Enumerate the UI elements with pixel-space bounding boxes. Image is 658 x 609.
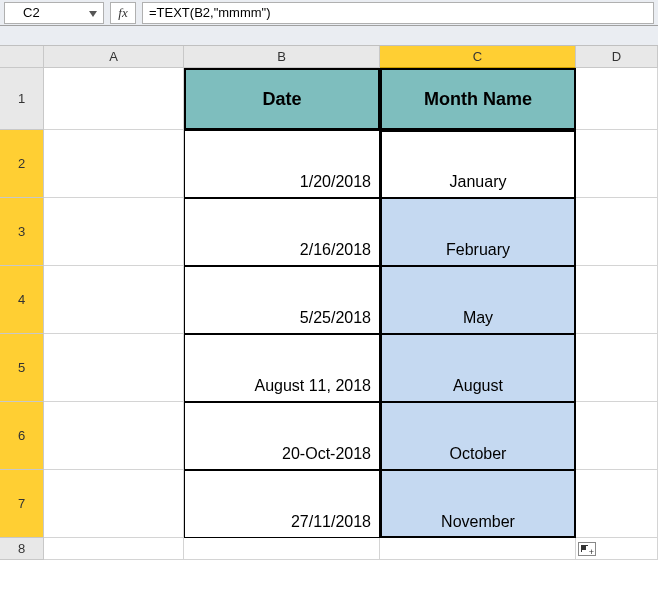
cell-A3[interactable] xyxy=(44,198,184,266)
autofill-options-icon[interactable] xyxy=(578,542,596,556)
col-header-B[interactable]: B xyxy=(184,46,380,68)
cell-B6[interactable]: 20-Oct-2018 xyxy=(184,402,380,470)
cell-B4[interactable]: 5/25/2018 xyxy=(184,266,380,334)
cell-D3[interactable] xyxy=(576,198,658,266)
cell-C5[interactable]: August xyxy=(380,334,576,402)
table-row: 2 1/20/2018 January xyxy=(0,130,658,198)
cell-A7[interactable] xyxy=(44,470,184,538)
chevron-down-icon[interactable] xyxy=(85,6,101,22)
row-header-4[interactable]: 4 xyxy=(0,266,44,334)
cell-C2[interactable]: January xyxy=(380,130,576,198)
row-header-8[interactable]: 8 xyxy=(0,538,44,560)
fx-icon[interactable]: fx xyxy=(110,2,136,24)
cell-A6[interactable] xyxy=(44,402,184,470)
spreadsheet-grid[interactable]: A B C D 1 Date Month Name 2 1/20/2018 Ja… xyxy=(0,46,658,560)
cell-A1[interactable] xyxy=(44,68,184,130)
cell-D2[interactable] xyxy=(576,130,658,198)
cell-A4[interactable] xyxy=(44,266,184,334)
grid-rows: 1 Date Month Name 2 1/20/2018 January 3 … xyxy=(0,68,658,560)
cell-C6[interactable]: October xyxy=(380,402,576,470)
cell-A5[interactable] xyxy=(44,334,184,402)
cell-A8[interactable] xyxy=(44,538,184,560)
table-row: 6 20-Oct-2018 October xyxy=(0,402,658,470)
cell-B7[interactable]: 27/11/2018 xyxy=(184,470,380,538)
cell-B3[interactable]: 2/16/2018 xyxy=(184,198,380,266)
row-header-3[interactable]: 3 xyxy=(0,198,44,266)
row-header-1[interactable]: 1 xyxy=(0,68,44,130)
ribbon-spacer xyxy=(0,26,658,46)
formula-bar: C2 fx =TEXT(B2,"mmmm") xyxy=(0,0,658,26)
row-header-6[interactable]: 6 xyxy=(0,402,44,470)
cell-B8[interactable] xyxy=(184,538,380,560)
cell-B2[interactable]: 1/20/2018 xyxy=(184,130,380,198)
name-box[interactable]: C2 xyxy=(4,2,104,24)
name-box-value: C2 xyxy=(23,5,40,20)
cell-D6[interactable] xyxy=(576,402,658,470)
cell-D4[interactable] xyxy=(576,266,658,334)
cell-C4[interactable]: May xyxy=(380,266,576,334)
column-headers: A B C D xyxy=(0,46,658,68)
row-header-5[interactable]: 5 xyxy=(0,334,44,402)
cell-C1-header-month[interactable]: Month Name xyxy=(380,68,576,130)
table-row: 8 xyxy=(0,538,658,560)
cell-A2[interactable] xyxy=(44,130,184,198)
select-all-corner[interactable] xyxy=(0,46,44,68)
table-row: 1 Date Month Name xyxy=(0,68,658,130)
row-header-7[interactable]: 7 xyxy=(0,470,44,538)
cell-C8[interactable] xyxy=(380,538,576,560)
formula-text: =TEXT(B2,"mmmm") xyxy=(149,5,271,20)
cell-D5[interactable] xyxy=(576,334,658,402)
table-row: 3 2/16/2018 February xyxy=(0,198,658,266)
col-header-D[interactable]: D xyxy=(576,46,658,68)
fx-label: fx xyxy=(118,5,127,21)
col-header-C[interactable]: C xyxy=(380,46,576,68)
table-row: 7 27/11/2018 November xyxy=(0,470,658,538)
cell-B5[interactable]: August 11, 2018 xyxy=(184,334,380,402)
formula-input[interactable]: =TEXT(B2,"mmmm") xyxy=(142,2,654,24)
row-header-2[interactable]: 2 xyxy=(0,130,44,198)
col-header-A[interactable]: A xyxy=(44,46,184,68)
table-row: 5 August 11, 2018 August xyxy=(0,334,658,402)
table-row: 4 5/25/2018 May xyxy=(0,266,658,334)
cell-C7[interactable]: November xyxy=(380,470,576,538)
cell-D7[interactable] xyxy=(576,470,658,538)
cell-B1-header-date[interactable]: Date xyxy=(184,68,380,130)
cell-C3[interactable]: February xyxy=(380,198,576,266)
cell-D1[interactable] xyxy=(576,68,658,130)
